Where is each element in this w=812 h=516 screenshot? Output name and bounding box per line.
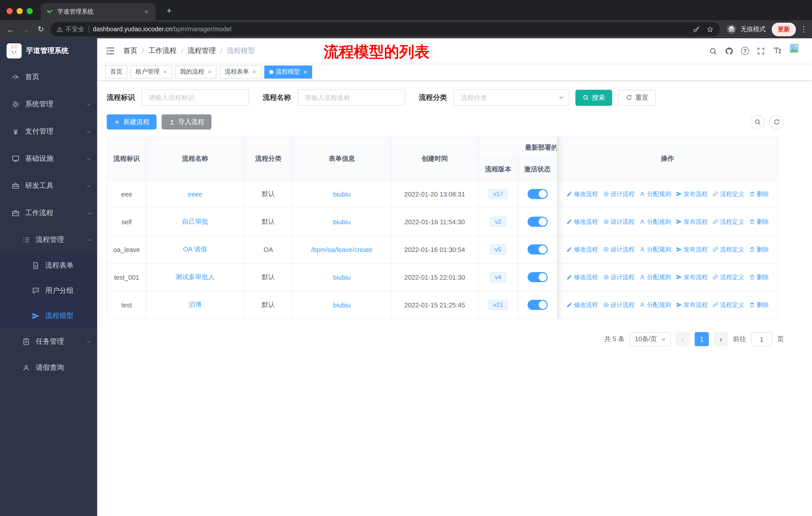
github-icon[interactable] xyxy=(725,47,733,55)
tab-tenant-mgmt[interactable]: 租户管理 × xyxy=(130,65,172,78)
breadcrumb-item[interactable]: 工作流程 xyxy=(148,46,177,55)
security-indicator[interactable]: 不安全 xyxy=(56,25,84,33)
process-name-input[interactable] xyxy=(297,89,405,106)
browser-tab[interactable]: 芋道管理系统 × xyxy=(41,3,155,20)
sidebar-item-user-group[interactable]: 用户分组 xyxy=(0,278,97,303)
sidebar-item-workflow[interactable]: 工作流程 › xyxy=(0,199,97,227)
process-definition-link[interactable]: 流程定义 xyxy=(713,301,744,309)
back-icon[interactable]: ← xyxy=(5,25,16,33)
form-info-link[interactable]: biubiu xyxy=(333,301,350,309)
page-number-button[interactable]: 1 xyxy=(695,332,709,346)
help-icon[interactable] xyxy=(741,47,749,55)
sidebar-item-process-mgmt[interactable]: 流程管理 › xyxy=(0,227,97,253)
sidebar-item-system[interactable]: 系统管理 › xyxy=(0,91,97,118)
category-select[interactable]: 流程分类 xyxy=(454,89,569,106)
sidebar-item-leave-query[interactable]: 请假查询 xyxy=(0,355,97,381)
reload-icon[interactable]: ↻ xyxy=(35,25,46,34)
process-definition-link[interactable]: 流程定义 xyxy=(713,190,744,198)
fullscreen-icon[interactable] xyxy=(757,47,765,55)
update-button[interactable]: 更新 xyxy=(772,22,796,36)
new-tab-button[interactable]: + xyxy=(163,6,176,16)
import-process-button[interactable]: 导入流程 xyxy=(162,114,211,130)
forward-icon[interactable]: → xyxy=(20,25,31,33)
tab-home[interactable]: 首页 xyxy=(105,65,127,78)
refresh-button[interactable] xyxy=(769,115,784,129)
edit-process-link[interactable]: 修改流程 xyxy=(566,301,598,309)
publish-process-link[interactable]: 发布流程 xyxy=(676,273,708,281)
sidebar-item-infra[interactable]: 基础设施 › xyxy=(0,145,97,172)
password-key-icon[interactable] xyxy=(693,25,700,33)
close-icon[interactable]: × xyxy=(208,68,211,76)
tab-process-form[interactable]: 流程表单 × xyxy=(220,65,261,78)
address-bar[interactable]: 不安全 dashboard.yudao.iocoder.cn/bpm/manag… xyxy=(50,22,720,36)
assign-rule-link[interactable]: 分配规则 xyxy=(639,217,671,226)
process-definition-link[interactable]: 流程定义 xyxy=(713,245,744,254)
design-process-link[interactable]: 设计流程 xyxy=(603,217,635,226)
sidebar-item-process-model[interactable]: 流程模型 xyxy=(0,303,97,329)
close-window-button[interactable] xyxy=(6,8,12,14)
edit-process-link[interactable]: 修改流程 xyxy=(566,273,598,281)
close-icon[interactable]: × xyxy=(252,68,256,76)
edit-process-link[interactable]: 修改流程 xyxy=(566,245,598,254)
maximize-window-button[interactable] xyxy=(27,8,33,14)
font-size-icon[interactable] xyxy=(773,46,782,56)
publish-process-link[interactable]: 发布流程 xyxy=(676,217,708,226)
process-definition-link[interactable]: 流程定义 xyxy=(713,217,744,226)
sidebar-item-process-form[interactable]: 流程表单 xyxy=(0,253,97,278)
user-avatar[interactable] xyxy=(790,44,804,58)
delete-link[interactable]: 删除 xyxy=(749,190,769,198)
prev-page-button[interactable]: ‹ xyxy=(675,332,690,346)
sidebar-item-payment[interactable]: ¥ 支付管理 › xyxy=(0,118,97,145)
minimize-window-button[interactable] xyxy=(17,8,23,14)
publish-process-link[interactable]: 发布流程 xyxy=(676,245,708,254)
sidebar-item-home[interactable]: 首页 xyxy=(0,63,97,91)
form-info-link[interactable]: biubiu xyxy=(333,218,350,225)
form-info-link[interactable]: /bpm/oa/leave/create xyxy=(311,246,373,253)
close-icon[interactable]: × xyxy=(163,68,167,76)
assign-rule-link[interactable]: 分配规则 xyxy=(639,301,671,309)
close-icon[interactable]: × xyxy=(303,68,307,76)
publish-process-link[interactable]: 发布流程 xyxy=(676,301,708,309)
page-size-select[interactable]: 10条/页 xyxy=(630,332,671,346)
design-process-link[interactable]: 设计流程 xyxy=(603,190,635,198)
incognito-profile-chip[interactable]: 无痕模式 xyxy=(724,24,768,35)
process-name-link[interactable]: 自己审批 xyxy=(182,218,208,225)
process-name-link[interactable]: 测试多审批人 xyxy=(175,273,215,281)
edit-process-link[interactable]: 修改流程 xyxy=(566,217,598,226)
next-page-button[interactable]: › xyxy=(714,332,728,346)
active-toggle[interactable] xyxy=(527,272,547,282)
sidebar-item-devtools[interactable]: 研发工具 › xyxy=(0,172,97,199)
create-process-button[interactable]: 新建流程 xyxy=(107,114,156,130)
toggle-search-button[interactable] xyxy=(750,115,765,129)
form-info-link[interactable]: biubiu xyxy=(333,273,350,281)
active-toggle[interactable] xyxy=(527,300,547,310)
process-name-link[interactable]: 滔博 xyxy=(188,301,202,308)
assign-rule-link[interactable]: 分配规则 xyxy=(639,190,671,198)
active-toggle[interactable] xyxy=(527,189,547,199)
process-key-input[interactable] xyxy=(141,89,249,106)
form-info-link[interactable]: biubiu xyxy=(333,190,350,198)
tab-close-icon[interactable]: × xyxy=(142,7,150,16)
search-icon[interactable] xyxy=(709,47,717,55)
assign-rule-link[interactable]: 分配规则 xyxy=(639,245,671,254)
sidebar-item-task-mgmt[interactable]: 任务管理 › xyxy=(0,329,97,355)
process-name-link[interactable]: OA 请假 xyxy=(183,245,207,253)
design-process-link[interactable]: 设计流程 xyxy=(603,301,635,309)
delete-link[interactable]: 删除 xyxy=(749,245,769,254)
delete-link[interactable]: 删除 xyxy=(749,217,769,226)
tab-process-model[interactable]: 流程模型 × xyxy=(264,65,312,78)
delete-link[interactable]: 删除 xyxy=(749,301,769,309)
assign-rule-link[interactable]: 分配规则 xyxy=(639,273,671,281)
process-name-link[interactable]: eeee xyxy=(188,190,202,198)
bookmark-star-icon[interactable] xyxy=(706,25,714,33)
goto-page-input[interactable] xyxy=(751,332,772,346)
reset-button[interactable]: 重置 xyxy=(618,89,656,106)
tab-my-process[interactable]: 我的流程 × xyxy=(175,65,216,78)
design-process-link[interactable]: 设计流程 xyxy=(603,273,635,281)
publish-process-link[interactable]: 发布流程 xyxy=(676,190,708,198)
design-process-link[interactable]: 设计流程 xyxy=(603,245,635,254)
search-button[interactable]: 搜索 xyxy=(575,89,612,106)
sidebar-fold-icon[interactable] xyxy=(105,46,115,56)
active-toggle[interactable] xyxy=(527,244,547,254)
process-definition-link[interactable]: 流程定义 xyxy=(713,273,744,281)
